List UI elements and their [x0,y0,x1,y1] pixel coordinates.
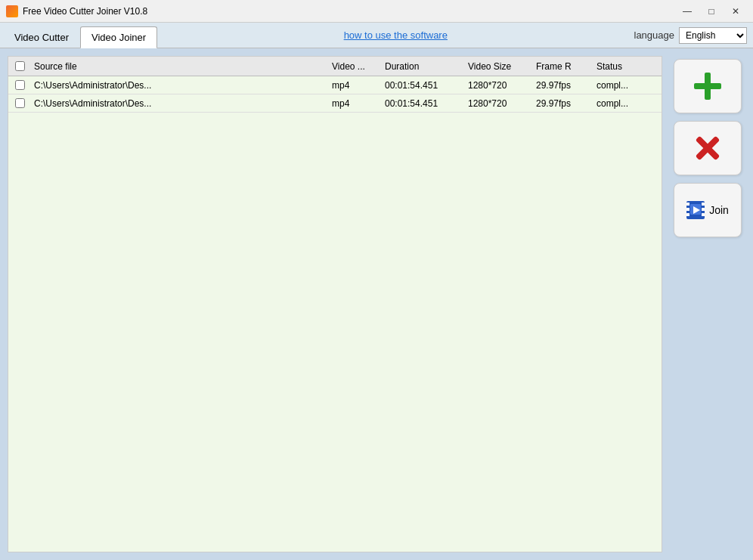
header-source-file: Source file [31,61,329,72]
row-1-duration: 00:01:54.451 [382,80,465,91]
svg-rect-5 [702,208,705,211]
row-2-format: mp4 [329,98,382,109]
tab-video-joiner[interactable]: Video Joiner [80,26,157,48]
language-select[interactable]: English Chinese Spanish French German [679,27,747,44]
header-status: Status [593,61,662,72]
plus-icon [693,71,723,101]
window-controls: — □ ✕ [676,4,747,19]
row-2-source: C:\Users\Administrator\Des... [31,98,329,109]
join-label: Join [709,204,729,216]
row-1-framerate: 29.97fps [533,80,593,91]
header-frame-rate: Frame R [533,61,593,72]
row-2-checkbox[interactable] [15,98,25,108]
close-button[interactable]: ✕ [724,4,747,19]
help-link[interactable]: how to use the software [157,29,634,41]
row-1-format: mp4 [329,80,382,91]
svg-rect-4 [702,203,705,206]
header-duration: Duration [382,61,465,72]
file-panel: Source file Video ... Duration Video Siz… [8,56,662,552]
menu-bar: Video Cutter Video Joiner how to use the… [0,23,753,48]
row-2-size: 1280*720 [465,98,533,109]
app-icon [6,5,18,17]
row-2-duration: 00:01:54.451 [382,98,465,109]
svg-rect-1 [686,203,689,206]
tab-video-cutter[interactable]: Video Cutter [3,26,80,48]
restore-button[interactable]: □ [700,4,723,19]
svg-rect-2 [686,208,689,211]
minimize-button[interactable]: — [676,4,699,19]
table-row: C:\Users\Administrator\Des... mp4 00:01:… [8,76,662,94]
main-content: Source file Video ... Duration Video Siz… [0,48,753,560]
svg-rect-6 [702,213,705,216]
row-2-framerate: 29.97fps [533,98,593,109]
table-header: Source file Video ... Duration Video Siz… [8,57,662,76]
row-1-checkbox-cell[interactable] [8,80,31,90]
x-icon [693,133,723,163]
table-row: C:\Users\Administrator\Des... mp4 00:01:… [8,94,662,113]
window-title: Free Video Cutter Joiner V10.8 [23,6,676,17]
language-label: language [634,29,675,41]
row-1-status: compl... [593,80,662,91]
film-strip-icon [686,201,705,219]
row-1-checkbox[interactable] [15,80,25,90]
remove-button[interactable] [674,121,742,175]
row-2-status: compl... [593,98,662,109]
join-button[interactable]: Join [674,183,742,237]
title-bar: Free Video Cutter Joiner V10.8 — □ ✕ [0,0,753,23]
row-2-checkbox-cell[interactable] [8,98,31,108]
header-video-format: Video ... [329,61,382,72]
right-panel: Join [670,56,745,552]
header-video-size: Video Size [465,61,533,72]
language-area: language English Chinese Spanish French … [634,27,748,44]
add-button[interactable] [674,59,742,113]
header-checkbox[interactable] [8,61,31,71]
row-1-source: C:\Users\Administrator\Des... [31,80,329,91]
svg-rect-3 [686,213,689,216]
row-1-size: 1280*720 [465,80,533,91]
select-all-checkbox[interactable] [15,61,25,71]
